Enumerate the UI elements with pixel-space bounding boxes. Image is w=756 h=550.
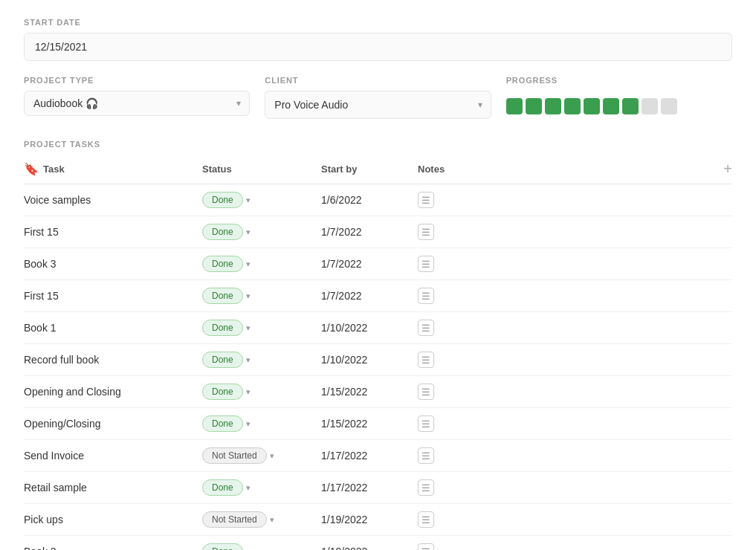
task-status: Done ▾	[202, 384, 321, 400]
task-startby: 1/17/2022	[321, 450, 418, 462]
project-type-field: PROJECT TYPE Audiobook 🎧 Podcast Video O…	[24, 76, 250, 119]
task-name: Opening and Closing	[24, 386, 202, 398]
client-select[interactable]: Pro Voice Audio Client B Client C	[265, 91, 491, 119]
status-chevron-icon[interactable]: ▾	[246, 355, 251, 365]
task-notes: ☰	[418, 415, 477, 432]
task-startby: 1/15/2022	[321, 386, 418, 398]
task-status: Done ▾	[202, 352, 321, 368]
task-startby: 1/7/2022	[321, 290, 418, 302]
progress-field: PROGRESS	[506, 76, 732, 119]
progress-block-1	[506, 98, 523, 114]
task-name: Pick ups	[24, 514, 202, 525]
project-type-select[interactable]: Audiobook 🎧 Podcast Video Other	[24, 91, 250, 116]
notes-icon[interactable]: ☰	[418, 352, 434, 368]
task-notes: ☰	[418, 384, 477, 400]
status-chevron-icon[interactable]: ▾	[246, 387, 251, 397]
status-chevron-icon[interactable]: ▾	[246, 547, 251, 551]
status-chevron-icon[interactable]: ▾	[270, 451, 274, 461]
notes-icon[interactable]: ☰	[418, 256, 434, 272]
task-notes: ☰	[418, 511, 477, 528]
status-badge[interactable]: Not Started	[202, 511, 267, 528]
status-chevron-icon[interactable]: ▾	[246, 259, 251, 269]
task-row: Record full book Done ▾ 1/10/2022 ☰	[24, 344, 732, 376]
task-row: Retail sample Done ▾ 1/17/2022 ☰	[24, 472, 732, 504]
task-status: Done ▾	[202, 288, 321, 304]
task-notes: ☰	[418, 256, 477, 272]
task-status: Done ▾	[202, 479, 321, 496]
col-header-add: +	[477, 161, 732, 178]
task-name: Opening/Closing	[24, 418, 202, 430]
notes-icon[interactable]: ☰	[418, 320, 434, 336]
status-chevron-icon[interactable]: ▾	[246, 419, 251, 429]
status-badge[interactable]: Done	[202, 192, 243, 208]
task-notes: ☰	[418, 320, 477, 336]
task-startby: 1/15/2022	[321, 418, 418, 430]
task-startby: 1/10/2022	[321, 354, 418, 366]
task-status: Not Started ▾	[202, 447, 321, 464]
notes-icon[interactable]: ☰	[418, 479, 434, 496]
status-chevron-icon[interactable]: ▾	[246, 195, 251, 205]
status-badge[interactable]: Done	[202, 352, 243, 368]
col-header-startby: Start by	[321, 164, 418, 175]
task-name: First 15	[24, 290, 202, 302]
task-name: Book 2	[24, 546, 202, 550]
notes-icon[interactable]: ☰	[418, 415, 434, 432]
task-notes: ☰	[418, 479, 477, 496]
status-badge[interactable]: Done	[202, 415, 243, 432]
task-status: Done ▾	[202, 543, 321, 550]
task-notes: ☰	[418, 224, 477, 240]
progress-block-3	[545, 98, 561, 114]
project-type-label: PROJECT TYPE	[24, 76, 250, 85]
task-status: Done ▾	[202, 192, 321, 208]
progress-block-6	[603, 98, 619, 114]
project-tasks-section: PROJECT TASKS 🔖 Task Status Start by Not…	[24, 140, 732, 550]
status-badge[interactable]: Done	[202, 543, 243, 550]
progress-block-2	[526, 98, 542, 114]
client-select-wrap: Pro Voice Audio Client B Client C	[265, 91, 491, 119]
progress-block-7	[622, 98, 639, 114]
status-badge[interactable]: Done	[202, 288, 243, 304]
status-badge[interactable]: Done	[202, 320, 243, 336]
status-badge[interactable]: Done	[202, 256, 243, 272]
bookmark-icon: 🔖	[24, 162, 39, 176]
client-label: CLIENT	[265, 76, 491, 85]
notes-icon[interactable]: ☰	[418, 192, 434, 208]
task-status: Done ▾	[202, 320, 321, 336]
notes-icon[interactable]: ☰	[418, 224, 434, 240]
col-header-task: 🔖 Task	[24, 162, 202, 176]
status-badge[interactable]: Done	[202, 384, 243, 400]
task-name: Book 1	[24, 322, 202, 334]
add-task-header-button[interactable]: +	[723, 161, 732, 178]
notes-icon[interactable]: ☰	[418, 288, 434, 304]
col-header-notes: Notes	[418, 164, 477, 175]
task-row: Send Invoice Not Started ▾ 1/17/2022 ☰	[24, 440, 732, 472]
status-badge[interactable]: Not Started	[202, 447, 267, 464]
task-status: Done ▾	[202, 224, 321, 240]
status-badge[interactable]: Done	[202, 224, 243, 240]
status-chevron-icon[interactable]: ▾	[246, 323, 251, 333]
task-row: Voice samples Done ▾ 1/6/2022 ☰	[24, 184, 732, 216]
task-notes: ☰	[418, 352, 477, 368]
status-chevron-icon[interactable]: ▾	[246, 291, 251, 301]
task-row: Book 2 Done ▾ 1/19/2022 ☰	[24, 536, 732, 550]
notes-icon[interactable]: ☰	[418, 447, 434, 464]
task-startby: 1/7/2022	[321, 226, 418, 238]
notes-icon[interactable]: ☰	[418, 384, 434, 400]
status-chevron-icon[interactable]: ▾	[270, 515, 274, 525]
status-chevron-icon[interactable]: ▾	[246, 483, 251, 493]
progress-blocks	[506, 91, 732, 114]
progress-block-5	[584, 98, 600, 114]
start-date-input[interactable]	[24, 33, 732, 61]
status-badge[interactable]: Done	[202, 479, 243, 496]
task-notes: ☰	[418, 288, 477, 304]
progress-block-4	[564, 98, 581, 114]
task-startby: 1/19/2022	[321, 514, 418, 525]
status-chevron-icon[interactable]: ▾	[246, 227, 251, 237]
notes-icon[interactable]: ☰	[418, 543, 434, 550]
client-field: CLIENT Pro Voice Audio Client B Client C	[265, 76, 491, 119]
task-name: Send Invoice	[24, 450, 202, 462]
task-startby: 1/6/2022	[321, 194, 418, 206]
project-tasks-label: PROJECT TASKS	[24, 140, 732, 149]
notes-icon[interactable]: ☰	[418, 511, 434, 528]
task-status: Not Started ▾	[202, 511, 321, 528]
